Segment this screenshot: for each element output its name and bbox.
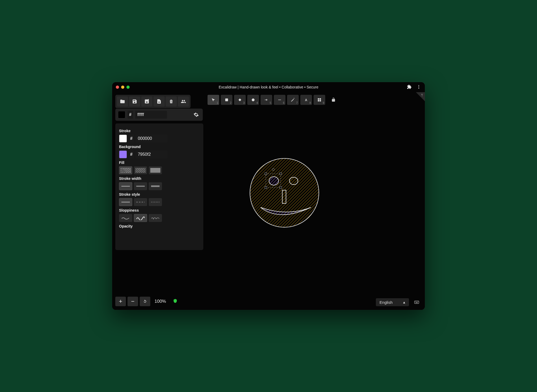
- zoom-in-button[interactable]: +: [115, 297, 126, 306]
- svg-rect-10: [265, 173, 267, 175]
- svg-rect-28: [418, 302, 418, 302]
- sloppiness-label: Sloppiness: [119, 208, 200, 212]
- save-as-button[interactable]: [141, 96, 152, 106]
- canvas-bg-hex-input[interactable]: [135, 111, 167, 119]
- library-tool[interactable]: 9: [314, 95, 325, 105]
- app-body: # 1 2 3 4 5 6 7 A8 9 Stroke # Background: [112, 92, 425, 310]
- open-file-button[interactable]: [117, 96, 128, 106]
- svg-rect-20: [318, 98, 319, 100]
- file-actions-bar: [115, 95, 191, 108]
- background-swatch[interactable]: [119, 150, 127, 158]
- lock-tool-toggle[interactable]: [329, 95, 337, 105]
- zoom-reset-button[interactable]: [140, 297, 150, 306]
- close-window-button[interactable]: [116, 86, 119, 89]
- stroke-thin[interactable]: [119, 182, 132, 190]
- svg-point-1: [419, 86, 419, 87]
- zoom-value[interactable]: 100%: [152, 297, 169, 306]
- language-label: English: [380, 300, 393, 305]
- line-tool[interactable]: 6: [274, 95, 285, 105]
- minimize-window-button[interactable]: [121, 86, 124, 89]
- sloppiness-cartoonist[interactable]: [149, 214, 162, 222]
- sloppiness-artist[interactable]: [134, 214, 147, 222]
- collaborate-button[interactable]: [178, 96, 189, 106]
- stroke-width-label: Stroke width: [119, 176, 200, 181]
- keyboard-shortcuts-icon[interactable]: [412, 298, 421, 306]
- svg-rect-21: [320, 98, 321, 100]
- diamond-tool[interactable]: 3: [234, 95, 246, 105]
- stroke-hex-input[interactable]: [136, 135, 168, 142]
- fill-hachure[interactable]: [119, 166, 132, 174]
- svg-rect-8: [282, 190, 286, 203]
- extension-icon[interactable]: [407, 84, 412, 90]
- chevron-up-icon: ▴: [403, 300, 405, 305]
- opacity-label: Opacity: [119, 224, 200, 228]
- rectangle-tool[interactable]: 2: [221, 95, 232, 105]
- settings-gear-icon[interactable]: [192, 111, 200, 119]
- svg-rect-25: [415, 302, 416, 302]
- stroke-medium[interactable]: [134, 182, 147, 190]
- stroke-style-solid[interactable]: [119, 198, 132, 206]
- language-select[interactable]: English ▴: [376, 298, 409, 306]
- arrow-tool[interactable]: 5: [261, 95, 272, 105]
- svg-rect-23: [320, 100, 321, 101]
- hash-label: #: [129, 135, 134, 142]
- fill-cross[interactable]: [134, 166, 147, 174]
- maximize-window-button[interactable]: [126, 86, 130, 89]
- stroke-swatch[interactable]: [119, 135, 127, 142]
- svg-rect-29: [416, 302, 418, 303]
- export-button[interactable]: [153, 96, 165, 106]
- draw-tool[interactable]: 7: [287, 95, 299, 105]
- hash-label: #: [127, 111, 133, 119]
- fill-solid[interactable]: [149, 166, 162, 174]
- svg-rect-26: [416, 302, 417, 302]
- selection-tool[interactable]: 1: [208, 95, 219, 105]
- svg-point-17: [252, 99, 255, 101]
- stroke-style-label: Stroke style: [119, 192, 200, 197]
- ellipse-tool[interactable]: 4: [247, 95, 259, 105]
- zoom-controls: + − 100%: [115, 297, 178, 306]
- bottom-right-controls: English ▴: [376, 298, 421, 306]
- stroke-style-dashed[interactable]: [134, 198, 147, 206]
- svg-rect-11: [280, 173, 282, 175]
- svg-point-6: [269, 177, 279, 185]
- canvas-bg-swatch[interactable]: [118, 111, 125, 118]
- text-tool[interactable]: A8: [300, 95, 312, 105]
- hash-label: #: [129, 150, 134, 158]
- canvas-background-row: #: [115, 109, 203, 121]
- shape-toolbar: 1 2 3 4 5 6 7 A8 9: [208, 95, 337, 105]
- stroke-thick[interactable]: [149, 182, 162, 190]
- stroke-style-dotted[interactable]: [149, 198, 162, 206]
- titlebar: Excalidraw | Hand-drawn look & feel • Co…: [112, 82, 425, 92]
- traffic-lights: [116, 86, 130, 89]
- svg-rect-12: [265, 186, 267, 189]
- svg-rect-24: [415, 301, 419, 304]
- zoom-out-button[interactable]: −: [127, 297, 138, 306]
- fill-label: Fill: [119, 161, 200, 165]
- background-label: Background: [119, 145, 200, 149]
- sloppiness-architect[interactable]: [119, 214, 132, 222]
- encryption-shield-icon[interactable]: [173, 299, 178, 304]
- clear-canvas-button[interactable]: [166, 96, 177, 106]
- svg-point-2: [419, 88, 419, 88]
- background-hex-input[interactable]: [136, 150, 168, 158]
- save-file-button[interactable]: [129, 96, 140, 106]
- svg-rect-16: [239, 99, 241, 101]
- svg-rect-22: [318, 100, 319, 101]
- more-menu-icon[interactable]: [416, 84, 421, 90]
- app-window: Excalidraw | Hand-drawn look & feel • Co…: [112, 82, 425, 310]
- svg-rect-15: [225, 99, 228, 101]
- window-title: Excalidraw | Hand-drawn look & feel • Co…: [219, 85, 318, 89]
- svg-point-0: [419, 85, 419, 86]
- svg-point-7: [289, 177, 298, 185]
- svg-rect-27: [417, 302, 417, 302]
- properties-panel: Stroke # Background # Fill Stroke width: [115, 123, 203, 250]
- svg-text:A: A: [305, 98, 307, 102]
- stroke-label: Stroke: [119, 129, 200, 133]
- svg-rect-13: [280, 186, 282, 189]
